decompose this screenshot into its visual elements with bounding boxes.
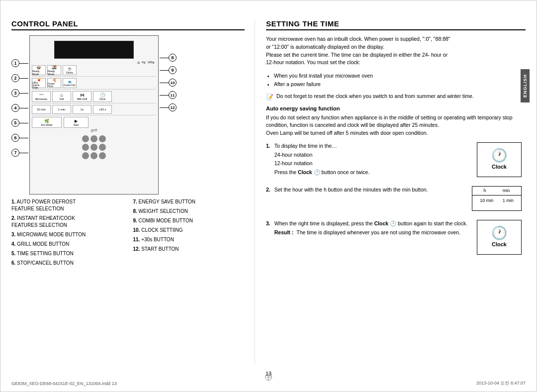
h-label: h <box>484 188 486 195</box>
english-language-tab: ENGLISH <box>521 69 530 102</box>
callout-row-4: 4 <box>11 104 28 112</box>
clock-box-1: 🕐 Clock <box>477 142 522 177</box>
key-2 <box>90 135 97 142</box>
30s-btn: +30 s <box>93 105 112 114</box>
main-content: CONTROL PANEL 1 2 3 <box>11 19 526 365</box>
drinks-btn: ☕ Drinks <box>63 65 77 75</box>
callout-7: 7 <box>11 149 19 157</box>
callout-row-10: 10 <box>160 79 177 87</box>
left-section-title: CONTROL PANEL <box>11 19 245 30</box>
features-list: 1. AUTO POWER DEFROSTFEATURE SELECTION 2… <box>11 198 245 269</box>
feature-5: 5. TIME SETTING BUTTON <box>11 250 123 257</box>
callout-line-1 <box>19 63 28 64</box>
1s-btn: 1s <box>73 105 91 114</box>
callout-row-3: 3 <box>11 89 28 97</box>
step-1: 1. 🕐 Clock To display the time in the… 2… <box>266 142 526 181</box>
callout-line-6 <box>19 138 28 138</box>
10min-btn: 10 min <box>32 105 51 114</box>
note-text: Do not forget to reset the clock when yo… <box>276 93 474 101</box>
auto-energy-title: Auto energy saving function <box>266 105 526 111</box>
step-1-num: 1. <box>266 142 270 181</box>
result-line: Result : The time is displayed whenever … <box>274 229 472 237</box>
panel-weight-row: ⚖ Kg 100g <box>32 61 156 64</box>
key-9 <box>99 152 106 159</box>
feature-3: 3. MICROWAVE MODE BUTTON <box>11 231 123 238</box>
key-7 <box>82 152 89 159</box>
h-min-box: h min 10 min 1 min <box>472 186 522 211</box>
eco-mode-btn: 🌿 Eco Mode <box>32 117 62 128</box>
features-col-2: 7. ENERGY SAVE BUTTON 8. WEIGHT SELECTIO… <box>133 198 245 269</box>
feature-8: 8. WEIGHT SELECTION <box>133 208 245 215</box>
callout-12: 12 <box>169 103 177 111</box>
callout-line-5 <box>19 123 28 123</box>
clock-label-1: Clock <box>492 163 507 171</box>
weight-100g: 100g <box>148 61 154 64</box>
feature-10: 10. CLOCK SETTIING <box>133 227 245 234</box>
feature-11: 11. +30s BUTTON <box>133 236 245 243</box>
footer: GE83M_XEO-DE68-04151E-02_EN_131004.indd … <box>11 380 526 387</box>
callout-row-9: 9 <box>160 66 177 74</box>
callout-row-8: 8 <box>160 54 177 62</box>
key-3 <box>99 135 106 142</box>
ready-meals-2: 🍱 Ready Meals <box>47 65 61 75</box>
feature-4: 4. GRILL MODE BUTTON <box>11 241 123 248</box>
clock-label-2: Clock <box>492 240 507 249</box>
feature-9: 9. COMBI MODE BUTTON <box>133 217 245 224</box>
feature-2: 2. INSTANT REHEAT/COOKFEATURES SELECTION <box>11 215 123 229</box>
footer-left: GE83M_XEO-DE68-04151E-02_EN_131004.indd … <box>11 381 117 386</box>
right-section-title: SETTING THE TIME <box>266 19 526 30</box>
callout-row-2: 2 <box>11 74 28 82</box>
h-min-values: 10 min 1 min <box>472 196 521 206</box>
chips-btn: 🍟 LMns Quiche Chips <box>32 78 46 88</box>
diagram-wrapper: 1 2 3 4 5 <box>11 35 245 195</box>
frozen-fish-btn: 🐟 Frozen Fish <box>63 78 77 88</box>
callout-line-10 <box>160 83 169 83</box>
time-row: 10 min 1 min 1s +30 s <box>32 105 156 115</box>
feature-1: 1. AUTO POWER DEFROSTFEATURE SELECTION <box>11 198 123 212</box>
ready-meals-row: 🍲 Ready Meals 🍱 Ready Meals ☕ Drinks <box>32 65 156 77</box>
clock-icon-1: 🕐 <box>491 149 507 162</box>
feature-7: 7. ENERGY SAVE BUTTON <box>133 198 245 205</box>
auto-energy-text: If you do not select any function when a… <box>266 114 526 137</box>
feature-6: 6. STOP/CANCEL BUTTON <box>11 260 123 267</box>
callout-1: 1 <box>11 59 19 67</box>
step-2: 2. h min 10 min 1 min Set the hour with … <box>266 186 526 215</box>
result-text: The time is displayed whenever you are n… <box>296 229 460 237</box>
callout-6: 6 <box>11 134 19 142</box>
min-value: 1 min <box>503 197 514 204</box>
h-value: 10 min <box>480 197 493 204</box>
key-6 <box>99 144 106 151</box>
clock-box-2: 🕐 Clock <box>477 220 522 255</box>
h-min-header: h min <box>472 187 521 196</box>
mw-grill-btn: ⋈ MW+Grill <box>73 91 91 102</box>
step-2-num: 2. <box>266 186 270 215</box>
step-1-content: 🕐 Clock To display the time in the… 24-h… <box>274 142 522 181</box>
callout-10: 10 <box>169 79 177 87</box>
result-label: Result : <box>274 229 294 237</box>
min-label: min <box>503 188 510 195</box>
registration-mark-bottom <box>265 374 272 381</box>
clock-btn-panel: 🕐 Clock <box>93 91 112 102</box>
callout-row-12: 12 <box>160 103 177 111</box>
key-8 <box>90 152 97 159</box>
left-callouts: 1 2 3 4 5 <box>11 35 28 157</box>
grill-label: grill <box>32 128 156 132</box>
features-col-1: 1. AUTO POWER DEFROSTFEATURE SELECTION 2… <box>11 198 123 269</box>
callout-9: 9 <box>169 66 177 74</box>
intro-text: Your microwave oven has an inbuilt clock… <box>266 35 526 67</box>
control-panel-diagram: ⚖ Kg 100g 🍲 Ready Meals 🍱 <box>29 35 159 195</box>
bullet-item-2: After a power failure <box>274 80 526 89</box>
callout-line-12 <box>160 107 169 108</box>
right-column: ENGLISH SETTING THE TIME Your microwave … <box>255 19 526 365</box>
key-1 <box>82 135 89 142</box>
callout-row-7: 7 <box>11 149 28 157</box>
callout-row-5: 5 <box>11 119 28 127</box>
mode-row: 〰 Microwave ♨ Grill ⋈ MW+Grill <box>32 91 156 103</box>
1min-btn: 1 min <box>52 105 71 114</box>
footer-right: 2013-10-04 오전 6:47:07 <box>476 380 526 387</box>
callout-line-2 <box>19 78 28 79</box>
start-btn: ▶ Start <box>64 117 89 128</box>
eco-start-row: 🌿 Eco Mode ▶ Start <box>32 117 156 128</box>
step-2-content: h min 10 min 1 min Set the hour with the… <box>274 186 522 215</box>
callout-line-7 <box>19 153 28 153</box>
